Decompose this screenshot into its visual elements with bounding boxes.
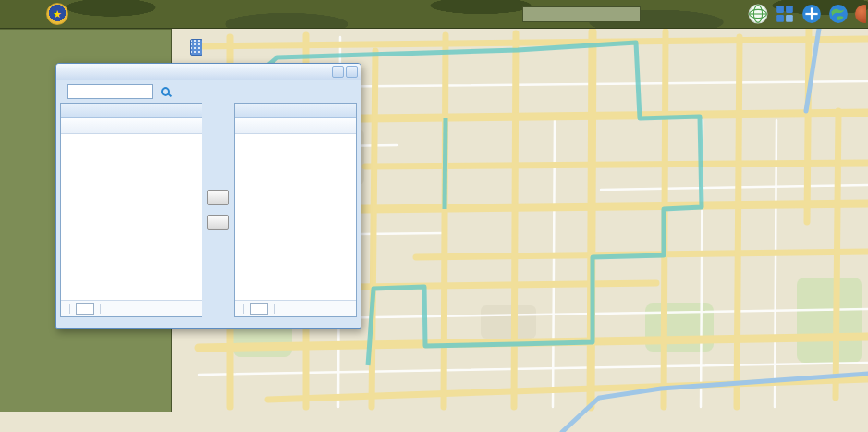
move-to-hide-button[interactable] — [207, 215, 229, 230]
close-icon[interactable] — [346, 66, 358, 78]
page-input[interactable] — [76, 303, 94, 315]
globe-icon[interactable] — [748, 4, 768, 24]
collapse-button[interactable] — [332, 66, 344, 78]
header — [0, 0, 868, 29]
vehicle-monitor-dialog — [55, 63, 361, 329]
pager-divider — [274, 304, 275, 314]
hidden-vehicles-list — [61, 134, 202, 300]
header-toolbar — [748, 4, 866, 24]
dialog-titlebar[interactable] — [56, 64, 361, 80]
apps-grid-icon[interactable] — [775, 4, 795, 24]
shown-vehicles-panel — [234, 103, 357, 317]
shown-panel-pager — [235, 300, 356, 316]
search-icon[interactable] — [160, 86, 172, 98]
transfer-buttons — [206, 103, 230, 317]
pager-divider — [100, 304, 101, 314]
police-badge-logo — [46, 3, 68, 25]
transfer-panels — [56, 103, 361, 323]
hidden-panel-pager — [61, 300, 202, 316]
shown-panel-title — [235, 104, 356, 118]
header-search-input[interactable] — [522, 6, 641, 22]
page-input[interactable] — [250, 303, 268, 315]
move-to-show-button[interactable] — [207, 190, 229, 205]
pager-divider — [69, 304, 70, 314]
partial-icon[interactable] — [855, 4, 866, 24]
plate-search-bar — [56, 80, 361, 103]
pager-divider — [243, 304, 244, 314]
table-header — [61, 118, 202, 134]
earth-icon[interactable] — [828, 4, 849, 24]
hidden-vehicles-panel — [60, 103, 202, 317]
screen — [0, 0, 868, 432]
shown-vehicles-list — [235, 134, 356, 300]
table-header — [235, 118, 356, 134]
panel-collapse-handle[interactable] — [190, 39, 202, 56]
plate-input[interactable] — [67, 84, 153, 99]
zoom-in-icon[interactable] — [801, 4, 822, 24]
hidden-panel-title — [61, 104, 202, 118]
